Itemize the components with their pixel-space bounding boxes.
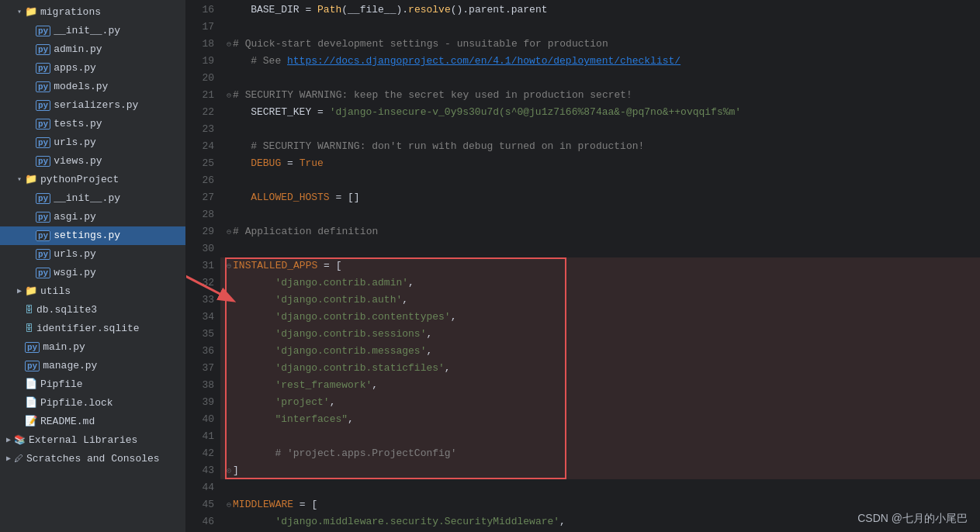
code-line-40: "interfaces", xyxy=(220,411,980,428)
line-number: 25 xyxy=(192,155,214,172)
line-numbers: 1617181920212223242526272829303132333435… xyxy=(186,0,220,532)
watermark: CSDN @七月的小尾巴 xyxy=(857,512,968,526)
py-icon: py xyxy=(36,191,50,206)
tree-item-init_py_2[interactable]: py__init__.py xyxy=(0,189,185,208)
py-icon: py xyxy=(36,154,50,169)
code-line-36: 'django.contrib.messages', xyxy=(220,343,980,360)
tree-label: README.md xyxy=(40,414,95,430)
tree-item-pipfile_lock[interactable]: 📄Pipfile.lock xyxy=(0,394,185,413)
line-number: 37 xyxy=(192,360,214,377)
py-icon: py xyxy=(36,98,50,113)
code-line-41 xyxy=(220,428,980,445)
code-line-18: ⊖# Quick-start development settings - un… xyxy=(220,36,980,53)
py-icon: py xyxy=(36,79,50,95)
tree-label: asgi.py xyxy=(54,209,96,225)
line-number: 19 xyxy=(192,53,214,70)
expand-arrow: ▾ xyxy=(14,5,25,20)
pipfile-icon: 📄 xyxy=(25,396,37,411)
tree-item-serializers_py[interactable]: pyserializers.py xyxy=(0,96,185,115)
scratch-icon: 🖊 xyxy=(14,451,23,467)
line-number: 27 xyxy=(192,189,214,206)
line-number: 45 xyxy=(192,496,214,513)
line-number: 35 xyxy=(192,326,214,343)
py-icon: py xyxy=(36,23,50,39)
code-line-37: 'django.contrib.staticfiles', xyxy=(220,360,980,377)
tree-label: utils xyxy=(40,284,71,299)
code-line-27: ALLOWED_HOSTS = [] xyxy=(220,189,980,206)
code-line-22: SECRET_KEY = 'django-insecure-v_0y9s30u7… xyxy=(220,104,980,121)
code-line-23 xyxy=(220,121,980,138)
code-line-29: ⊖# Application definition xyxy=(220,223,980,240)
line-number: 46 xyxy=(192,513,214,530)
code-line-33: 'django.contrib.auth', xyxy=(220,292,980,309)
folder-icon: 📁 xyxy=(25,172,37,188)
py-icon: py xyxy=(25,358,40,374)
tree-label: External Libraries xyxy=(29,433,137,448)
tree-label: urls.py xyxy=(54,135,96,150)
py-icon: py xyxy=(36,265,50,281)
code-line-28 xyxy=(220,206,980,223)
db-icon: 🗄 xyxy=(25,321,33,337)
tree-item-migrations[interactable]: ▾📁migrations xyxy=(0,3,185,22)
tree-item-pipfile[interactable]: 📄Pipfile xyxy=(0,375,185,394)
expand-arrow: ▶ xyxy=(3,451,14,467)
py-icon: py xyxy=(36,135,50,150)
line-number: 39 xyxy=(192,394,214,411)
db-icon: 🗄 xyxy=(25,302,33,318)
tree-label: manage.py xyxy=(43,358,97,374)
code-line-44 xyxy=(220,479,980,496)
line-number: 26 xyxy=(192,172,214,189)
tree-item-init_py_1[interactable]: py__init__.py xyxy=(0,22,185,40)
py-icon: py xyxy=(36,209,50,225)
code-line-20 xyxy=(220,70,980,87)
code-content: BASE_DIR = Path(__file__).resolve().pare… xyxy=(220,0,980,532)
line-number: 18 xyxy=(192,36,214,53)
line-number: 22 xyxy=(192,104,214,121)
py-icon: py xyxy=(36,42,50,57)
tree-item-identifier_sqlite[interactable]: 🗄identifier.sqlite xyxy=(0,320,185,338)
file-tree: ▾📁migrationspy__init__.pypyadmin.pypyapp… xyxy=(0,0,186,532)
tree-label: identifier.sqlite xyxy=(36,321,140,337)
tree-item-scratches[interactable]: ▶🖊Scratches and Consoles xyxy=(0,450,185,468)
tree-item-apps_py[interactable]: pyapps.py xyxy=(0,59,185,78)
code-line-45: ⊖MIDDLEWARE = [ xyxy=(220,496,980,513)
tree-item-urls_py_2[interactable]: pyurls.py xyxy=(0,245,185,264)
line-number: 32 xyxy=(192,275,214,292)
py-icon: py xyxy=(36,228,50,244)
line-number: 43 xyxy=(192,462,214,479)
tree-item-readme_md[interactable]: 📝README.md xyxy=(0,413,185,431)
line-number: 44 xyxy=(192,479,214,496)
expand-arrow: ▾ xyxy=(14,172,25,188)
code-line-34: 'django.contrib.contenttypes', xyxy=(220,309,980,326)
md-icon: 📝 xyxy=(25,414,37,430)
tree-item-asgi_py[interactable]: pyasgi.py xyxy=(0,208,185,226)
code-line-38: 'rest_framework', xyxy=(220,377,980,394)
tree-item-views_py_1[interactable]: pyviews.py xyxy=(0,152,185,171)
code-line-16: BASE_DIR = Path(__file__).resolve().pare… xyxy=(220,2,980,19)
tree-item-utils[interactable]: ▶📁utils xyxy=(0,282,185,301)
code-line-17 xyxy=(220,19,980,36)
tree-item-admin_py[interactable]: pyadmin.py xyxy=(0,40,185,59)
tree-item-models_py[interactable]: pymodels.py xyxy=(0,78,185,96)
tree-label: tests.py xyxy=(54,116,102,132)
folder-icon: 📁 xyxy=(25,5,37,20)
tree-item-settings_py[interactable]: pysettings.py xyxy=(0,226,185,245)
folder-icon: 📁 xyxy=(25,284,37,299)
code-line-35: 'django.contrib.sessions', xyxy=(220,326,980,343)
tree-item-manage_py[interactable]: pymanage.py xyxy=(0,357,185,375)
tree-item-external_libs[interactable]: ▶📚External Libraries xyxy=(0,431,185,450)
tree-item-wsgi_py[interactable]: pywsgi.py xyxy=(0,264,185,282)
line-number: 40 xyxy=(192,411,214,428)
tree-item-urls_py_1[interactable]: pyurls.py xyxy=(0,133,185,152)
code-editor: 1617181920212223242526272829303132333435… xyxy=(186,0,980,532)
expand-arrow: ▶ xyxy=(14,284,25,299)
code-line-43: ⊙] xyxy=(220,462,980,479)
tree-label: admin.py xyxy=(54,42,102,57)
tree-item-db_sqlite3[interactable]: 🗄db.sqlite3 xyxy=(0,301,185,320)
tree-item-main_py[interactable]: pymain.py xyxy=(0,338,185,357)
tree-item-tests_py[interactable]: pytests.py xyxy=(0,115,185,133)
tree-item-pythonProject[interactable]: ▾📁pythonProject xyxy=(0,171,185,189)
code-line-42: # 'project.apps.ProjectConfig' xyxy=(220,445,980,462)
code-line-19: # See https://docs.djangoproject.com/en/… xyxy=(220,53,980,70)
tree-label: Pipfile xyxy=(40,377,83,392)
